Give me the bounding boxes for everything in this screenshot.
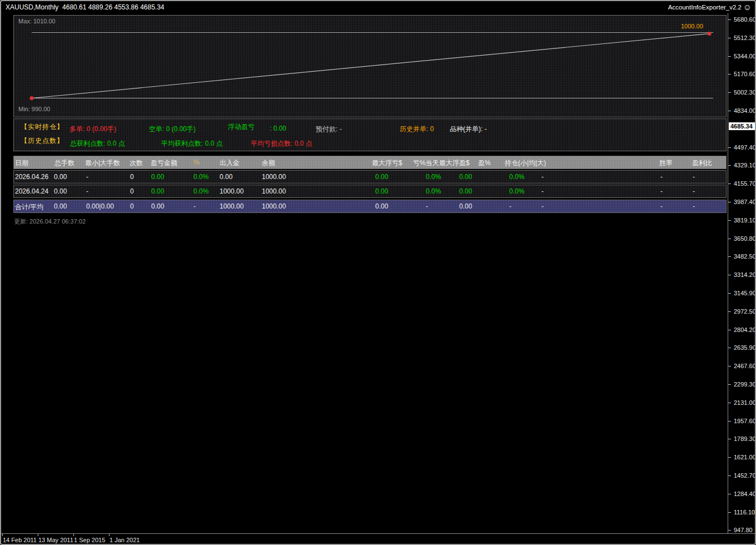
table-cell: 0.00 [54,202,67,210]
table-cell: - [693,187,695,195]
price-axis-tick [728,311,731,312]
table-cell: 0.00 [459,187,472,195]
table-cell: - [660,202,663,210]
time-axis-label: 1 Jan 2021 [110,537,140,543]
price-axis[interactable]: 4685.34 5680.605512.305344.005170.605002… [728,13,756,533]
table-cell: 0.00 [375,187,388,195]
table-cell: 0.00 [151,173,164,181]
price-axis-label: 3482.50 [734,253,756,260]
table-cell: - [693,202,695,210]
table-cell: 0.00 [220,173,232,181]
table-header-cell: 最大浮亏$ [372,158,402,168]
price-axis-label: 1957.60 [734,418,756,424]
table-cell: 0.0% [509,187,524,195]
price-axis-label: 5002.30 [734,89,756,96]
price-axis-tick [728,239,731,239]
table-cell: - [541,187,544,195]
table-cell: 0.0% [509,173,524,181]
price-axis-tick [728,512,731,513]
price-axis-label: 5344.00 [734,53,756,60]
mt4-chart-window: XAUUSD,Monthly 4680.61 4889.26 4553.86 4… [0,0,756,545]
price-axis-tick [728,293,731,294]
table-header-cell: 持仓(小|均|大) [505,158,546,168]
account-info-panel: 【实时持仓】 多单: 0 (0.00手) 空单: 0 (0.00手) 浮动盈亏 … [13,118,727,151]
price-axis-label: 4155.70 [734,180,756,187]
price-axis-label: 3145.90 [734,290,756,296]
equity-end-dot [708,32,712,36]
table-header-cell: % [193,158,200,166]
table-header-cell: 最大浮盈$ [439,158,470,168]
table-cell: 0.0% [426,187,441,195]
price-axis-tick [728,38,731,38]
price-axis-label: 4329.10 [734,162,756,169]
table-header-cell: 胜率 [659,158,673,168]
price-axis-tick [728,275,731,275]
table-cell: - [426,202,428,210]
price-axis-label: 5170.60 [734,71,756,77]
table-header-cell: 最小|大手数 [85,158,120,168]
time-axis-tick [38,534,38,536]
equity-current-value-label: 1000.00 [681,23,703,29]
price-axis-tick [728,92,731,93]
price-axis-label: 1284.40 [734,490,756,497]
price-axis-tick [728,403,731,403]
table-cell: - [541,173,544,181]
price-axis-tick [728,256,731,257]
price-axis-tick [728,56,731,57]
price-axis-tick [728,111,731,111]
equity-min-label: Min: 990.00 [18,106,50,112]
table-cell: 0 [130,187,134,195]
price-axis-label: 947.80 [734,527,753,533]
price-axis-tick [728,74,731,75]
table-cell: 0 [130,202,134,210]
table-cell: 1000.00 [220,187,243,195]
table-cell: 0 [130,173,134,181]
symbol-ohlc-label: XAUUSD,Monthly 4680.61 4889.26 4553.86 4… [6,3,165,11]
price-axis-label: 3314.20 [734,271,756,278]
price-axis-tick [728,202,731,202]
price-axis-label: 1452.70 [734,472,756,479]
price-axis-tick [728,494,731,494]
expert-smiley-icon[interactable]: ☺ [743,2,752,12]
table-cell: 0.00 [375,202,388,210]
table-cell: 2026.04.26 [15,173,48,181]
price-axis-tick [728,165,731,166]
equity-subchart[interactable]: Max: 1010.00 Min: 990.00 1000.00 [13,15,727,117]
price-axis-tick [728,475,731,476]
price-axis-tick [728,421,731,422]
time-axis-tick [2,534,3,536]
price-axis-label: 3819.10 [734,217,756,224]
table-total-row: 合计/平均0.000.00|0.0000.00-1000.001000.000.… [13,200,727,213]
table-cell: 0.00 [459,173,472,181]
table-header-cell: 出入金 [220,158,240,168]
current-price-label: 4685.34 [729,122,756,130]
price-axis-label: 4834.00 [734,107,756,114]
table-header-cell: 盈利比 [692,158,712,168]
time-axis-tick [109,534,110,536]
price-axis-label: 1621.00 [734,454,756,460]
update-timestamp: 更新: 2026.04.27 06:37:02 [14,217,86,226]
floating-pnl-value: : 0.00 [270,125,286,132]
table-header-cell: 亏%当天 [413,158,439,168]
price-axis-tick [728,147,731,148]
price-axis-label: 1789.30 [734,435,756,442]
table-cell: 0.0% [193,187,208,195]
table-cell: 1000.00 [262,187,286,195]
price-axis-label: 2299.30 [734,381,756,388]
total-profit-points-label: 总获利点数: 0.0 点 [70,139,125,148]
table-row: 2026.04.240.00-00.000.0%1000.001000.000.… [13,185,727,198]
table-cell: 0.00 [151,187,164,195]
price-axis-tick [728,366,731,366]
margin-label: 预付款: - [316,125,342,134]
table-cell: - [193,202,196,210]
table-cell: 0.0% [193,173,208,181]
table-header-cell: 盈亏金额 [151,158,177,168]
table-cell: - [86,173,88,181]
equity-max-label: Max: 1010.00 [18,18,56,24]
table-header-cell: 次数 [130,158,143,168]
time-axis-label: 1 Sep 2015 [74,537,105,543]
table-header-cell: 日期 [15,158,28,168]
price-axis-tick [728,384,731,385]
table-cell: 0.00 [375,173,388,181]
time-axis[interactable]: 14 Feb 201113 May 20111 Sep 20151 Jan 20… [1,533,756,545]
